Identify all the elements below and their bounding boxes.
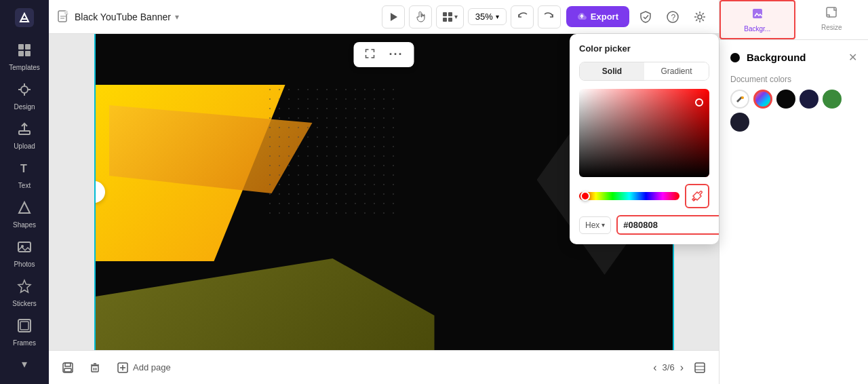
- delete-btn[interactable]: [84, 357, 106, 379]
- olive-shape: [96, 258, 435, 350]
- panel-tabs: Backgr... Resize: [719, 0, 868, 40]
- sidebar-item-frames[interactable]: Frames: [0, 313, 49, 352]
- export-btn[interactable]: Export: [566, 6, 629, 27]
- svg-rect-33: [65, 363, 71, 366]
- svg-marker-13: [19, 202, 30, 213]
- topbar-tools: ▾ 35% ▾: [382, 5, 561, 28]
- eyedropper-btn[interactable]: [685, 184, 709, 208]
- swatch-navy[interactable]: [800, 90, 818, 109]
- hex-input-row: Hex ▾: [579, 215, 709, 235]
- sidebar-item-templates[interactable]: Templates: [0, 37, 49, 77]
- add-page-btn[interactable]: Add page: [111, 359, 176, 377]
- svg-rect-26: [443, 18, 447, 22]
- undo-btn[interactable]: [511, 5, 534, 28]
- sidebar-item-templates-label: Templates: [9, 64, 40, 71]
- color-gradient-picker[interactable]: [579, 89, 709, 177]
- layout-view-btn[interactable]: [689, 357, 711, 379]
- page-nav: ‹ 3/6 ›: [653, 362, 684, 374]
- page-info: 3/6: [663, 362, 675, 372]
- svg-text:?: ?: [671, 13, 676, 22]
- svg-rect-34: [64, 368, 71, 372]
- tab-resize[interactable]: Resize: [795, 0, 869, 39]
- app-logo[interactable]: [12, 5, 37, 29]
- hex-value-input[interactable]: [616, 215, 719, 235]
- sidebar-collapse-btn[interactable]: ▾: [0, 352, 49, 379]
- swatch-black[interactable]: [776, 90, 795, 109]
- sidebar-item-frames-label: Frames: [13, 339, 36, 347]
- sidebar-item-shapes-label: Shapes: [13, 221, 36, 229]
- sidebar-item-stickers-label: Stickers: [12, 300, 37, 307]
- gradient-handle[interactable]: [695, 98, 703, 107]
- topbar: Black YouTube Banner ▾: [49, 0, 719, 34]
- zoom-dropdown-icon: ▾: [454, 13, 458, 20]
- sidebar-item-text[interactable]: T Text: [0, 155, 49, 195]
- help-btn[interactable]: ?: [662, 6, 684, 28]
- hue-row: [579, 184, 709, 208]
- stickers-icon: [17, 279, 32, 297]
- svg-rect-2: [25, 44, 31, 50]
- svg-rect-0: [15, 8, 34, 27]
- upload-icon: [17, 121, 32, 140]
- svg-rect-4: [25, 51, 31, 56]
- document-title-area: Black YouTube Banner ▾: [57, 10, 179, 24]
- shield-btn[interactable]: [635, 6, 656, 28]
- title-dropdown-icon[interactable]: ▾: [175, 12, 179, 22]
- save-btn[interactable]: [57, 357, 79, 379]
- sidebar-item-photos[interactable]: Photos: [0, 234, 49, 273]
- color-picker-swatch[interactable]: [730, 90, 749, 109]
- color-picker-title: Color picker: [579, 43, 709, 54]
- svg-rect-1: [18, 44, 24, 50]
- swatch-dark[interactable]: [730, 113, 749, 132]
- next-page-btn[interactable]: ›: [680, 362, 684, 374]
- hue-handle[interactable]: [580, 191, 590, 201]
- gradient-tab[interactable]: Gradient: [644, 62, 709, 80]
- tab-background[interactable]: Backgr...: [719, 0, 795, 39]
- svg-text:T: T: [20, 163, 27, 174]
- dots-pattern: [265, 85, 401, 220]
- tab-background-label: Backgr...: [744, 25, 770, 33]
- bg-color-dot: [730, 53, 740, 62]
- expand-canvas-btn[interactable]: [359, 45, 380, 64]
- sidebar-item-text-label: Text: [18, 182, 31, 189]
- zoom-selector[interactable]: 35% ▾: [468, 8, 507, 25]
- solid-tab[interactable]: Solid: [580, 62, 644, 80]
- svg-marker-16: [18, 280, 31, 292]
- sidebar-item-photos-label: Photos: [14, 261, 35, 268]
- file-icon: [57, 10, 71, 24]
- gradient-swatch[interactable]: [753, 90, 772, 109]
- sidebar-item-stickers[interactable]: Stickers: [0, 273, 49, 313]
- zoom-value: 35%: [475, 12, 493, 22]
- svg-rect-24: [443, 12, 447, 16]
- redo-btn[interactable]: [538, 5, 561, 28]
- chevron-down-icon: ▾: [22, 358, 27, 370]
- resize-tab-icon: [825, 5, 838, 22]
- close-bg-panel-btn[interactable]: ✕: [848, 51, 857, 64]
- hand-tool-btn[interactable]: [409, 5, 432, 28]
- hex-chevron-icon: ▾: [601, 221, 605, 229]
- sidebar-item-design-label: Design: [14, 103, 35, 111]
- prev-page-btn[interactable]: ‹: [653, 362, 656, 374]
- hex-format-selector[interactable]: Hex ▾: [579, 216, 611, 234]
- hue-slider[interactable]: [579, 192, 679, 200]
- svg-point-5: [21, 86, 28, 93]
- svg-rect-42: [695, 363, 705, 372]
- sidebar-item-design[interactable]: Design: [0, 77, 49, 116]
- svg-rect-10: [19, 131, 30, 134]
- svg-rect-18: [20, 322, 28, 330]
- text-icon: T: [17, 161, 32, 179]
- settings-btn[interactable]: [689, 6, 711, 28]
- svg-point-48: [694, 199, 696, 201]
- more-options-btn[interactable]: ···: [383, 45, 408, 64]
- zoom-chevron-icon: ▾: [496, 13, 499, 20]
- bg-panel-header: Background ✕: [730, 51, 857, 64]
- swatch-green[interactable]: [823, 90, 842, 109]
- layout-btn[interactable]: ▾: [436, 5, 464, 28]
- sidebar-item-upload[interactable]: Upload: [0, 116, 49, 155]
- svg-point-47: [741, 96, 744, 99]
- sidebar-item-shapes[interactable]: Shapes: [0, 195, 49, 234]
- shapes-icon: [17, 200, 32, 218]
- photos-icon: [17, 239, 32, 258]
- play-btn[interactable]: [382, 5, 405, 28]
- right-panel: Backgr... Resize Background ✕ Document c…: [719, 0, 868, 384]
- svg-rect-46: [827, 7, 836, 17]
